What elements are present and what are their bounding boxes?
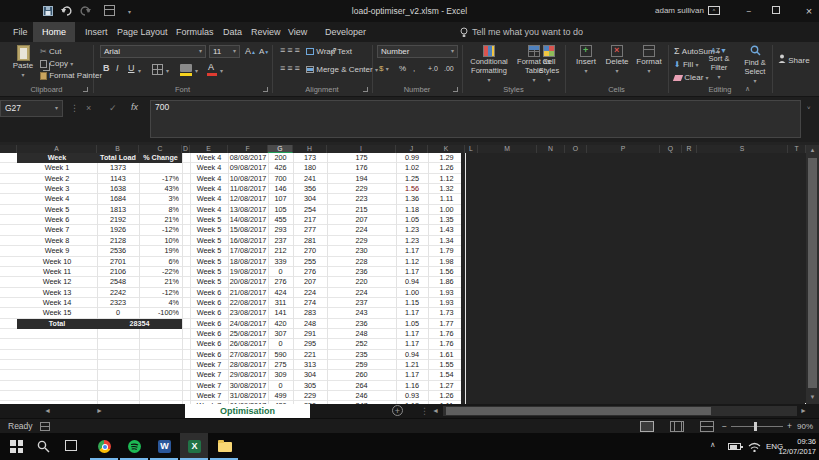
cell-H30[interactable]: 254 [293,205,327,215]
cell-G29[interactable]: 107 [268,194,293,204]
cell-G35[interactable]: 339 [268,257,293,267]
restore-button[interactable] [772,6,780,14]
cell-H43[interactable]: 295 [293,339,327,349]
cell-H28[interactable]: 356 [293,184,327,194]
sheet-grid[interactable]: WeekTotal Load% ChangeWeek 11373Week 211… [0,153,806,404]
cell-G48[interactable]: 499 [268,391,293,401]
zoom-level[interactable]: 90% [797,419,813,434]
fill-color-icon[interactable] [180,64,192,72]
cell-H27[interactable]: 241 [293,174,327,184]
cell-E45[interactable]: Week 7 [190,360,228,370]
cell-H40[interactable]: 283 [293,308,327,318]
cell-pct-change[interactable]: -100% [139,308,179,318]
find-select-button[interactable]: Find & Select▾ [738,45,772,85]
cell-J32[interactable]: 1.23 [396,225,428,235]
taskbar-explorer-icon[interactable] [210,433,238,460]
cell-J28[interactable]: 1.56 [396,184,428,194]
cell-E28[interactable]: Week 4 [190,184,228,194]
hscroll-left-arrow[interactable]: ◄ [432,404,439,418]
column-header-O[interactable]: O [565,145,587,153]
cell-total-load[interactable]: 1638 [97,184,139,194]
taskbar-excel-icon[interactable]: X [180,433,208,460]
cell-E32[interactable]: Week 5 [190,225,228,235]
cell-J26[interactable]: 1.02 [396,163,428,173]
cell-pct-change[interactable]: 21% [139,215,179,225]
cell-F29[interactable]: 12/08/2017 [228,194,268,204]
cell-H25[interactable]: 173 [293,153,327,163]
cell-G41[interactable]: 420 [268,319,293,329]
cell-J25[interactable]: 0.99 [396,153,428,163]
cell-G44[interactable]: 590 [268,350,293,360]
cell-total-load[interactable]: 2548 [97,277,139,287]
column-header-C[interactable]: C [139,145,182,153]
cell-week[interactable]: Week 3 [17,184,97,194]
cell-pct-change[interactable]: -22% [139,267,179,277]
cell-F27[interactable]: 10/08/2017 [228,174,268,184]
font-size-combo[interactable]: 11▾ [209,45,240,58]
paste-dropdown[interactable]: ▾ [21,72,24,78]
cell-K29[interactable]: 1.11 [428,194,465,204]
sort-filter-button[interactable]: AZ▼ Sort & Filter▾ [702,45,736,81]
cell-E39[interactable]: Week 6 [190,298,228,308]
insert-function-icon[interactable]: fx [131,102,138,112]
cell-J35[interactable]: 1.12 [396,257,428,267]
cell-H47[interactable]: 305 [293,381,327,391]
cell-H33[interactable]: 281 [293,236,327,246]
font-color-dropdown[interactable]: ▾ [220,67,223,74]
cell-E43[interactable]: Week 6 [190,339,228,349]
cell-pct-change[interactable]: 3% [139,194,179,204]
fill-button[interactable]: ⬇ Fill ▾ [674,59,698,71]
cell-E46[interactable]: Week 7 [190,370,228,380]
cell-pct-change[interactable]: 6% [139,257,179,267]
alignment-dialog-launcher[interactable] [363,87,368,92]
formula-bar-expand-chevron[interactable]: ˅ [807,105,811,111]
font-color-icon[interactable]: A [208,62,214,72]
cell-J30[interactable]: 1.18 [396,205,428,215]
cell-H29[interactable]: 304 [293,194,327,204]
cell-K47[interactable]: 1.27 [428,381,465,391]
cell-F37[interactable]: 20/08/2017 [228,277,268,287]
cell-week[interactable]: Week 1 [17,163,97,173]
cell-I38[interactable]: 224 [327,288,396,298]
cut-button[interactable]: ✂ Cut [40,46,61,57]
cell-E27[interactable]: Week 4 [190,174,228,184]
cell-I48[interactable]: 246 [327,391,396,401]
sheet-tab-optimisation[interactable]: Optimisation [185,404,310,418]
cell-F45[interactable]: 28/08/2017 [228,360,268,370]
cell-J33[interactable]: 1.23 [396,236,428,246]
cell-H41[interactable]: 248 [293,319,327,329]
cell-week[interactable]: Week 10 [17,257,97,267]
scroll-down-arrow[interactable]: ▼ [806,394,819,400]
cell-K42[interactable]: 1.76 [428,329,465,339]
cell-J39[interactable]: 1.15 [396,298,428,308]
font-dialog-launcher[interactable] [263,87,268,92]
column-header-N[interactable]: N [537,145,565,153]
cell-G46[interactable]: 309 [268,370,293,380]
name-box[interactable]: G27▾ [0,100,63,117]
formula-input[interactable]: 700 [150,100,801,138]
new-sheet-button[interactable]: + [392,405,403,416]
cell-total-load[interactable]: 1684 [97,194,139,204]
cell-G43[interactable]: 0 [268,339,293,349]
column-header-T[interactable]: T [788,145,806,153]
cell-F46[interactable]: 29/08/2017 [228,370,268,380]
cell-F32[interactable]: 15/08/2017 [228,225,268,235]
cell-G25[interactable]: 200 [268,153,293,163]
cell-E38[interactable]: Week 6 [190,288,228,298]
cell-F35[interactable]: 18/08/2017 [228,257,268,267]
page-break-view-button[interactable] [700,421,714,432]
cell-E34[interactable]: Week 5 [190,246,228,256]
cell-I32[interactable]: 224 [327,225,396,235]
cell-K31[interactable]: 1.35 [428,215,465,225]
cell-E36[interactable]: Week 5 [190,267,228,277]
cell-G33[interactable]: 237 [268,236,293,246]
cell-I35[interactable]: 228 [327,257,396,267]
macro-record-icon[interactable] [40,422,50,431]
next-sheet-arrow[interactable]: ► [96,404,103,418]
cell-J45[interactable]: 1.21 [396,360,428,370]
column-header-S[interactable]: S [697,145,788,153]
cell-I31[interactable]: 207 [327,215,396,225]
cell-I41[interactable]: 236 [327,319,396,329]
cell-week[interactable]: Week 7 [17,225,97,235]
ribbon-tab-view[interactable]: View [279,22,316,42]
